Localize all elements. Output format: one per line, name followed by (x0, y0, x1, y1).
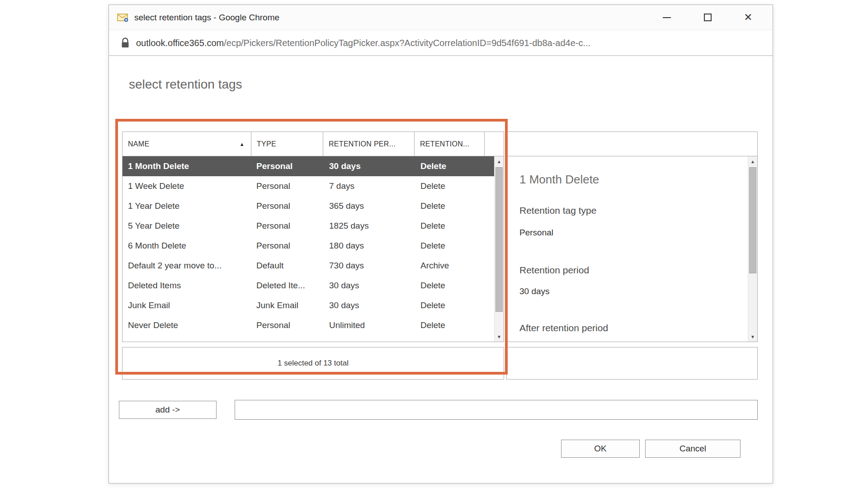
address-bar[interactable]: outlook.office365.com/ecp/Pickers/Retent… (109, 31, 773, 56)
page-background: { "window": { "title": "select retention… (0, 0, 868, 488)
table-row[interactable]: Deleted Items Deleted Ite... 30 days Del… (123, 276, 494, 296)
cancel-button-label: Cancel (679, 444, 706, 454)
cell-period: 7 days (323, 181, 414, 191)
table-row[interactable]: 1 Month Delete Personal 30 days Delete (123, 156, 494, 176)
maximize-icon (704, 14, 712, 21)
url-domain: outlook.office365.com (136, 38, 224, 48)
list-rows: 1 Month Delete Personal 30 days Delete 1… (123, 156, 494, 335)
table-row[interactable]: 1 Week Delete Personal 7 days Delete (123, 176, 494, 196)
minimize-icon (663, 17, 671, 18)
cell-period: 180 days (323, 241, 414, 251)
cell-period: 730 days (323, 261, 414, 271)
cell-action: Delete (414, 300, 484, 310)
column-header-type[interactable]: TYPE (251, 132, 323, 156)
table-row[interactable]: 5 Year Delete Personal 1825 days Delete (123, 216, 494, 236)
details-title: 1 Month Delete (519, 173, 599, 187)
sort-ascending-icon: ▲ (240, 141, 245, 147)
selection-status-text: 1 selected of 13 total (278, 359, 349, 368)
table-row[interactable]: Default 2 year move to... Default 730 da… (123, 256, 494, 276)
url-text: outlook.office365.com/ecp/Pickers/Retent… (136, 38, 590, 48)
cell-name: 1 Month Delete (123, 161, 251, 171)
cell-period: Unlimited (323, 320, 414, 330)
window-controls: ✕ (646, 5, 769, 30)
selected-tags-input[interactable] (235, 400, 758, 420)
scrollbar-thumb[interactable] (495, 167, 503, 312)
cell-name: Never Delete (123, 320, 251, 330)
maximize-button[interactable] (687, 5, 728, 30)
cell-type: Default (251, 261, 323, 271)
list-header-row: NAME ▲ TYPE RETENTION PER... RETENTION..… (123, 132, 504, 156)
cell-period: 1825 days (323, 221, 414, 231)
cell-action: Delete (414, 241, 484, 251)
column-header-type-label: TYPE (257, 140, 276, 148)
list-scrollbar[interactable]: ▲ ▼ (494, 156, 504, 342)
cell-name: 1 Week Delete (123, 181, 251, 191)
details-panel-header (507, 132, 757, 156)
scroll-up-button[interactable]: ▲ (748, 156, 757, 166)
cell-period: 365 days (323, 201, 414, 211)
table-row[interactable]: Junk Email Junk Email 30 days Delete (123, 296, 494, 315)
cell-name: 6 Month Delete (123, 241, 251, 251)
cell-type: Personal (251, 241, 323, 251)
details-tag-type-label: Retention tag type (519, 205, 596, 216)
details-panel-footer (506, 347, 758, 380)
cell-type: Personal (251, 181, 323, 191)
column-header-retention-period-label: RETENTION PER... (329, 140, 396, 148)
table-row[interactable]: Never Delete Personal Unlimited Delete (123, 315, 494, 335)
close-icon: ✕ (744, 12, 752, 23)
cell-name: 5 Year Delete (123, 221, 251, 231)
scrollbar-thumb[interactable] (749, 167, 756, 273)
page-title: select retention tags (129, 77, 242, 92)
lock-icon[interactable] (121, 37, 130, 49)
list-body: 1 Month Delete Personal 30 days Delete 1… (123, 156, 504, 342)
cell-type: Junk Email (251, 300, 323, 310)
table-row[interactable]: 1 Year Delete Personal 365 days Delete (123, 196, 494, 216)
minimize-button[interactable] (646, 5, 687, 30)
scroll-down-button[interactable]: ▼ (495, 332, 504, 342)
details-panel-body: 1 Month Delete Retention tag type Person… (507, 156, 757, 342)
chrome-popup-window: select retention tags - Google Chrome ✕ … (108, 5, 773, 483)
scroll-down-button[interactable]: ▼ (748, 332, 757, 342)
details-after-retention-label: After retention period (519, 323, 608, 333)
ok-button[interactable]: OK (561, 440, 640, 458)
add-button-label: add -> (156, 405, 180, 415)
cell-action: Archive (414, 261, 484, 271)
details-retention-period-value: 30 days (519, 286, 550, 296)
column-header-name-label: NAME (128, 140, 149, 148)
list-header-spacer (484, 132, 504, 156)
cell-period: 30 days (323, 281, 414, 291)
details-scrollbar[interactable]: ▲ ▼ (748, 156, 757, 342)
cell-type: Personal (251, 201, 323, 211)
scroll-up-button[interactable]: ▲ (495, 156, 504, 166)
column-header-retention-action-label: RETENTION... (420, 140, 469, 148)
table-row[interactable]: 6 Month Delete Personal 180 days Delete (123, 236, 494, 256)
cell-name: Default 2 year move to... (123, 261, 251, 271)
window-titlebar: select retention tags - Google Chrome ✕ (109, 5, 773, 30)
ok-button-label: OK (594, 444, 606, 454)
details-tag-type-value: Personal (519, 228, 553, 238)
add-button[interactable]: add -> (119, 401, 217, 419)
cell-action: Delete (414, 161, 484, 171)
column-header-name[interactable]: NAME ▲ (123, 132, 251, 156)
cancel-button[interactable]: Cancel (645, 440, 741, 458)
close-button[interactable]: ✕ (728, 5, 769, 30)
details-retention-period-label: Retention period (519, 265, 589, 276)
column-header-retention-period[interactable]: RETENTION PER... (323, 132, 414, 156)
mail-settings-icon (117, 13, 129, 22)
column-header-retention-action[interactable]: RETENTION... (414, 132, 484, 156)
cell-action: Delete (414, 181, 484, 191)
cell-name: Junk Email (123, 300, 251, 310)
cell-period: 30 days (323, 300, 414, 310)
details-panel: 1 Month Delete Retention tag type Person… (506, 131, 758, 342)
cell-name: 1 Year Delete (123, 201, 251, 211)
window-title: select retention tags - Google Chrome (134, 13, 279, 23)
retention-tags-list: NAME ▲ TYPE RETENTION PER... RETENTION..… (122, 131, 504, 342)
cell-type: Personal (251, 161, 323, 171)
cell-type: Personal (251, 221, 323, 231)
selection-status-bar: 1 selected of 13 total (122, 347, 504, 380)
cell-action: Delete (414, 201, 484, 211)
cell-name: Deleted Items (123, 281, 251, 291)
cell-period: 30 days (323, 161, 414, 171)
cell-action: Delete (414, 221, 484, 231)
cell-type: Deleted Ite... (251, 281, 323, 291)
